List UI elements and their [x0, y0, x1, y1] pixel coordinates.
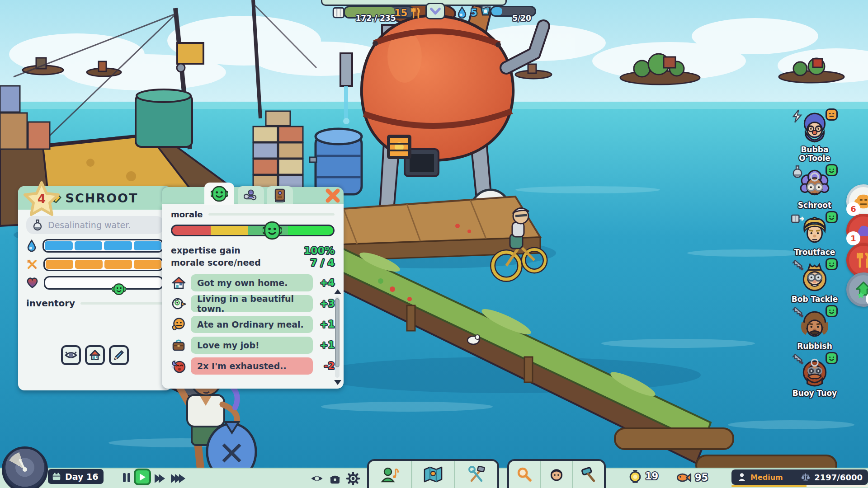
hud-collapse-button[interactable]	[425, 3, 445, 19]
scroll-down-arrow[interactable]	[334, 380, 341, 385]
house-icon	[89, 349, 101, 361]
mood-badge	[826, 164, 838, 176]
tab-morale[interactable]	[204, 183, 234, 205]
day-night-clock	[2, 446, 48, 488]
view-options-group	[310, 472, 360, 485]
water-count: 5	[471, 7, 477, 18]
tab-skills[interactable]	[238, 186, 264, 204]
lamp-icon	[628, 469, 642, 483]
food-count: 15	[394, 8, 407, 19]
jobs-button[interactable]	[540, 461, 572, 488]
population-level: Medium	[750, 473, 783, 482]
crafting-button[interactable]	[454, 461, 497, 488]
roster-item-buoy[interactable]: Buoy Tuoy	[788, 355, 841, 398]
town-status-panel[interactable]: Medium 2197/6000	[731, 469, 868, 485]
morale-marker-face-icon	[112, 282, 126, 296]
briefcase-icon	[171, 338, 186, 353]
modifier-value: +1	[317, 319, 335, 330]
pencil-icon	[113, 349, 125, 361]
meal-face-icon	[171, 317, 186, 332]
bucket-value: 5/20	[500, 14, 543, 23]
follow-button[interactable]	[61, 345, 81, 365]
rename-button[interactable]	[109, 345, 129, 365]
fish-icon	[676, 472, 692, 483]
crate-transfer-icon	[791, 212, 804, 225]
roster-name: Buoy Tuoy	[788, 389, 841, 398]
book-icon	[273, 188, 287, 202]
search-salvage-button[interactable]	[509, 461, 540, 488]
mood-badge	[826, 352, 838, 364]
morale-panel: morale expertise gain 100% morale score/…	[162, 183, 344, 389]
capacity-value: 2197/6000	[814, 473, 863, 482]
close-panel-button[interactable]	[322, 187, 339, 204]
roster-item-schroot[interactable]: Schroot	[788, 167, 841, 210]
home-icon	[171, 275, 186, 291]
citizen-face-icon	[548, 466, 565, 483]
modifier-scrollbar[interactable]	[334, 289, 341, 385]
play-icon	[138, 473, 146, 482]
inventory-bag-button[interactable]	[328, 472, 342, 485]
alert-stack: 6 1 1	[846, 184, 868, 307]
activity-status: Desalinating water.	[26, 216, 164, 234]
magnifier-icon	[516, 466, 533, 483]
alert-count: 6	[846, 202, 860, 216]
villagers-panel-button[interactable]	[369, 461, 411, 488]
day-counter[interactable]: Day 16	[48, 469, 104, 484]
modifier-row: Ate an Ordinary meal. +1	[171, 316, 335, 333]
play-button[interactable]	[134, 469, 151, 485]
water-drop-icon	[457, 6, 467, 19]
utensils-icon	[410, 7, 422, 19]
mood-badge	[826, 108, 838, 121]
expertise-gain-label: expertise gain	[171, 244, 241, 257]
character-panel-body: Desalinating water.	[18, 210, 172, 384]
crate-icon	[331, 5, 346, 20]
hammer-wrench-icon	[467, 465, 486, 483]
bucket-icon	[478, 3, 493, 17]
scroll-up-arrow[interactable]	[334, 289, 341, 294]
saw-icon	[791, 306, 804, 319]
roster-item-bob[interactable]: Bob Tackle	[788, 261, 841, 304]
morale-slider-bar	[171, 225, 335, 236]
scrollbar-thumb[interactable]	[335, 298, 340, 367]
fastest-forward-button[interactable]	[171, 474, 185, 483]
pause-button[interactable]	[122, 472, 131, 483]
capacity-progress-line	[731, 485, 868, 487]
morale-modifier-list: Got my own home. +4 Living in a beautifu…	[171, 274, 335, 375]
population-icon	[737, 472, 747, 482]
roster-item-bubba[interactable]: Bubba O'Toole	[788, 111, 841, 163]
gear-icon	[346, 472, 360, 485]
lamp-count: 19	[645, 471, 658, 482]
modifier-value: -2	[317, 361, 335, 371]
close-icon	[325, 188, 341, 204]
modifier-value: +4	[317, 277, 335, 288]
fast-forward-button[interactable]	[155, 474, 165, 483]
water-drop-icon	[26, 239, 37, 252]
map-button[interactable]	[411, 461, 454, 488]
mood-badge	[826, 258, 838, 270]
character-name: SCHROOT	[66, 191, 138, 205]
morale-need-row	[26, 276, 164, 290]
saw-icon	[791, 259, 804, 272]
morale-panel-body: morale expertise gain 100% morale score/…	[162, 204, 344, 389]
modifier-text: Love my job!	[197, 340, 259, 350]
modifier-row: Got my own home. +4	[171, 274, 335, 291]
alert-levelup[interactable]: 1	[846, 272, 868, 307]
eye-icon	[65, 349, 77, 361]
overview-eye-button[interactable]	[310, 472, 324, 485]
roster-item-troutface[interactable]: Troutface	[788, 214, 841, 257]
exhausted-face-icon	[171, 358, 186, 374]
tab-biography[interactable]	[267, 186, 293, 204]
home-button[interactable]	[85, 345, 105, 365]
roster-name: Bubba O'Toole	[788, 145, 841, 163]
build-button[interactable]	[572, 461, 604, 488]
morale-knob-face-icon[interactable]	[263, 221, 282, 240]
worker-wrench-icon	[244, 188, 258, 202]
settings-button[interactable]	[346, 472, 360, 485]
roster-item-rubbish[interactable]: Rubbish	[788, 308, 841, 351]
villager-roster: Bubba O'Toole	[788, 111, 841, 398]
map-icon	[423, 466, 443, 483]
modifier-text: Ate an Ordinary meal.	[197, 319, 304, 329]
pause-icon	[122, 472, 131, 483]
morale-section-label: morale	[171, 210, 203, 219]
modifier-text: 2x I'm exhausted..	[197, 361, 287, 371]
